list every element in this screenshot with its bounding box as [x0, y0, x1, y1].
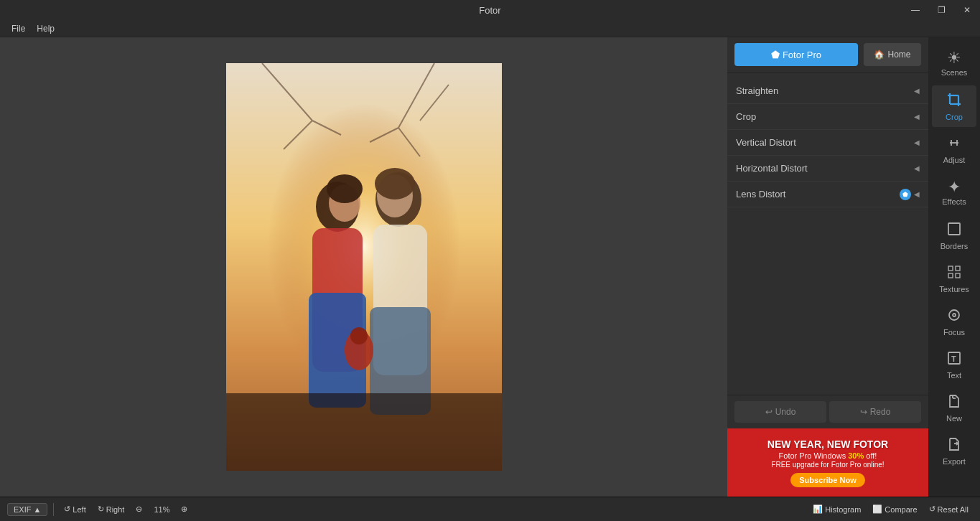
side-icons: ☀ Scenes Crop [928, 37, 980, 497]
sidebar-item-effects-label: Effects [942, 197, 966, 206]
histogram-label: Histogram [825, 505, 861, 514]
option-lens-distort-label: Lens Distort [736, 189, 900, 200]
textures-icon [946, 264, 962, 283]
redo-label: Redo [870, 407, 891, 417]
rotate-right-icon: ↻ [98, 504, 104, 514]
rotate-left-label: Left [73, 505, 85, 514]
horizontal-distort-arrow-icon: ◀ [914, 164, 920, 172]
right-panel: ⬟ Fotor Pro 🏠 Home Straighten ◀ Crop [727, 37, 928, 497]
reset-all-button[interactable]: ↺ Reset All [925, 503, 973, 515]
option-crop[interactable]: Crop ◀ [727, 104, 928, 130]
home-button[interactable]: 🏠 Home [864, 43, 921, 66]
sidebar-item-focus[interactable]: Focus [932, 301, 976, 342]
export-icon [946, 436, 962, 455]
ad-discount: 30% [848, 451, 864, 460]
option-straighten-label: Straighten [736, 85, 914, 96]
option-lens-distort[interactable]: Lens Distort ⬟ ◀ [727, 182, 928, 207]
home-label: Home [887, 50, 910, 60]
minimize-button[interactable]: — [902, 0, 928, 20]
sidebar-item-export-label: Export [943, 457, 966, 466]
exif-chevron-icon: ▲ [33, 505, 41, 514]
svg-rect-32 [948, 273, 953, 278]
sidebar-item-export[interactable]: Export [932, 430, 976, 471]
app-title: Fotor [479, 5, 500, 16]
home-icon: 🏠 [874, 50, 885, 60]
canvas-area[interactable] [0, 37, 727, 497]
sidebar-item-crop[interactable]: Crop [932, 85, 976, 127]
svg-point-34 [949, 310, 959, 320]
option-horizontal-distort-label: Horizontal Distort [736, 163, 914, 174]
redo-button[interactable]: ↪ Redo [829, 401, 921, 423]
sidebar-item-effects[interactable]: ✦ Effects [932, 172, 976, 213]
crop-icon [946, 92, 962, 111]
adjust-icon [946, 135, 962, 154]
panel-top: ⬟ Fotor Pro 🏠 Home [727, 37, 928, 72]
lens-distort-arrow-icon: ◀ [914, 190, 920, 198]
svg-rect-29 [948, 223, 960, 235]
svg-point-20 [350, 327, 368, 344]
zoom-out-icon: ⊖ [136, 504, 142, 514]
option-straighten[interactable]: Straighten ◀ [727, 78, 928, 104]
menu-help[interactable]: Help [31, 20, 60, 37]
exif-button[interactable]: EXIF ▲ [7, 503, 47, 516]
scenes-icon: ☀ [947, 50, 961, 66]
new-icon [946, 393, 962, 412]
fotor-pro-icon: ⬟ [771, 49, 780, 60]
sidebar-item-borders-label: Borders [941, 242, 969, 250]
sidebar-item-text-label: Text [947, 371, 961, 380]
main-layout: ⬟ Fotor Pro 🏠 Home Straighten ◀ Crop [0, 37, 980, 497]
title-bar: Fotor — ❐ ✕ [0, 0, 980, 20]
rotate-left-button[interactable]: ↺ Left [60, 503, 90, 515]
sidebar-item-borders[interactable]: Borders [932, 215, 976, 256]
close-button[interactable]: ✕ [954, 0, 980, 20]
menu-bar: File Help [0, 20, 980, 37]
sidebar-item-text[interactable]: T Text [932, 344, 976, 385]
zoom-out-button[interactable]: ⊖ [131, 503, 146, 515]
rotate-right-button[interactable]: ↻ Right [93, 503, 129, 515]
vertical-distort-arrow-icon: ◀ [914, 139, 920, 146]
menu-file[interactable]: File [6, 20, 31, 37]
ad-line1-suffix: off! [866, 451, 877, 460]
sidebar-item-new[interactable]: New [932, 387, 976, 428]
compare-button[interactable]: ⬜ Compare [868, 503, 921, 515]
option-vertical-distort-label: Vertical Distort [736, 137, 914, 148]
sidebar-item-textures-label: Textures [939, 285, 969, 294]
photo-wrapper [226, 63, 502, 471]
option-horizontal-distort[interactable]: Horizontal Distort ◀ [727, 156, 928, 182]
sidebar-item-adjust[interactable]: Adjust [932, 128, 976, 170]
rotate-right-label: Right [106, 505, 125, 514]
undo-label: Undo [775, 407, 796, 417]
zoom-level: 11% [149, 505, 174, 514]
compare-label: Compare [885, 505, 917, 514]
undo-button[interactable]: ↩ Undo [734, 401, 826, 423]
undo-icon: ↩ [765, 407, 773, 417]
fotor-pro-label: Fotor Pro [783, 50, 821, 60]
histogram-button[interactable]: 📊 Histogram [808, 503, 865, 515]
focus-icon [946, 307, 962, 326]
redo-icon: ↪ [860, 407, 867, 417]
zoom-in-button[interactable]: ⊕ [177, 503, 192, 515]
sidebar-item-scenes[interactable]: ☀ Scenes [932, 42, 976, 84]
compare-icon: ⬜ [872, 504, 882, 514]
maximize-button[interactable]: ❐ [928, 0, 954, 20]
sidebar-item-new-label: New [946, 414, 962, 423]
sidebar-item-textures[interactable]: Textures [932, 258, 976, 299]
option-vertical-distort[interactable]: Vertical Distort ◀ [727, 130, 928, 156]
ad-subscribe-button[interactable]: Subscribe Now [790, 473, 864, 487]
crop-arrow-icon: ◀ [914, 113, 920, 121]
effects-icon: ✦ [948, 179, 961, 195]
svg-rect-31 [956, 266, 960, 271]
ad-content: NEW YEAR, NEW FOTOR Fotor Pro Windows 30… [727, 428, 928, 497]
svg-rect-21 [226, 393, 502, 471]
ad-title: NEW YEAR, NEW FOTOR [767, 438, 888, 450]
fotor-pro-button[interactable]: ⬟ Fotor Pro [734, 43, 858, 66]
sidebar-item-adjust-label: Adjust [943, 156, 966, 164]
window-controls: — ❐ ✕ [902, 0, 980, 20]
exif-label: EXIF [14, 505, 31, 514]
status-bar: EXIF ▲ ↺ Left ↻ Right ⊖ 11% ⊕ 📊 Histogra… [0, 497, 980, 521]
zoom-in-icon: ⊕ [181, 504, 187, 514]
undo-redo-bar: ↩ Undo ↪ Redo [727, 395, 928, 428]
text-icon: T [946, 350, 962, 369]
ad-banner: NEW YEAR, NEW FOTOR Fotor Pro Windows 30… [727, 428, 928, 497]
svg-point-18 [375, 168, 415, 200]
